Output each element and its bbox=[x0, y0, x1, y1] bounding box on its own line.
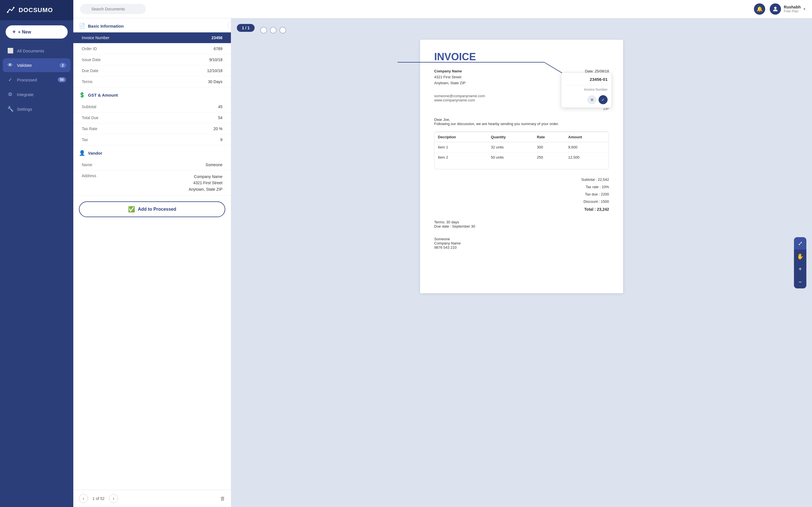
summary-total: Total : 23,242 bbox=[434, 205, 609, 213]
field-name-label: Tax Rate bbox=[82, 126, 213, 131]
next-page-button[interactable]: › bbox=[109, 494, 118, 503]
chevron-down-icon: ▾ bbox=[804, 7, 805, 11]
wrench-icon: 🔧 bbox=[7, 106, 13, 112]
section-vendor: 👤 Vandor bbox=[73, 145, 231, 159]
company-city: Anytown, State ZIP bbox=[434, 81, 465, 85]
discount-value: 1500 bbox=[601, 200, 609, 204]
preview-area: 1 / 1 INVOICE Comp bbox=[231, 18, 812, 507]
zoom-out-button[interactable]: − bbox=[794, 276, 806, 288]
tax-due-label: Tax due : bbox=[585, 192, 600, 196]
row-rate: 250 bbox=[534, 152, 565, 163]
user-name: Rushabh bbox=[784, 5, 801, 9]
col-quantity: Quantity bbox=[488, 132, 534, 142]
page-display: 1 of 52 bbox=[93, 496, 105, 501]
field-due-date[interactable]: Due Date 12/10/18 bbox=[73, 65, 231, 76]
search-input[interactable] bbox=[80, 4, 146, 14]
tax-rate-label: Tax rate : bbox=[586, 185, 601, 189]
hand-icon: ✋ bbox=[797, 253, 804, 260]
row-qty: 32 units bbox=[488, 142, 534, 152]
field-name-label: Address bbox=[82, 173, 189, 178]
subtotal-label: Subtotal : bbox=[581, 177, 597, 182]
validate-badge: 2 bbox=[59, 63, 66, 68]
field-value: 54 bbox=[218, 115, 222, 120]
tooltip-close-button[interactable]: ✕ bbox=[587, 95, 596, 104]
check-circle-icon: ✅ bbox=[128, 206, 135, 213]
expand-icon: ⤢ bbox=[798, 240, 803, 247]
svg-point-0 bbox=[7, 11, 8, 13]
sidebar-item-all-documents[interactable]: ⬜ All Documents bbox=[3, 44, 70, 58]
avatar bbox=[770, 3, 781, 15]
field-value: 6789 bbox=[214, 47, 222, 51]
header-right: 🔔 Rushabh Free Plan ▾ bbox=[754, 3, 805, 15]
total-label: Total : bbox=[584, 207, 596, 212]
invoice-meta: Date: 25/08/18 Invoice #: 23456-01 Custo… bbox=[572, 68, 609, 88]
field-name-label: Order ID bbox=[82, 47, 214, 51]
field-subtotal[interactable]: Subtotal 45 bbox=[73, 101, 231, 112]
pagination-bar: ‹ 1 of 52 › 🗑 bbox=[73, 490, 231, 507]
doc-panel: 📄 Basic Information ‹ Invoice Number 234… bbox=[73, 18, 231, 507]
field-issue-date[interactable]: Issue Date 9/10/18 bbox=[73, 54, 231, 65]
terms-text: Terms: 30 days bbox=[434, 220, 609, 224]
row-amount: 9,600 bbox=[565, 142, 609, 152]
field-value: 45 bbox=[218, 105, 222, 109]
company-address: 4321 First Street bbox=[434, 75, 461, 79]
collapse-button[interactable]: ‹ bbox=[227, 21, 231, 29]
due-date-text: Due date : September 30 bbox=[434, 224, 609, 228]
bell-icon: 🔔 bbox=[756, 6, 763, 12]
sidebar-item-label: Integrate bbox=[17, 92, 66, 97]
new-button[interactable]: + + New bbox=[6, 25, 68, 39]
invoice-summary: Subtotal : 22,542 Tax rate : 10% Tax due… bbox=[434, 176, 609, 213]
sidebar-item-processed[interactable]: ✓ Processed 50 bbox=[3, 73, 70, 87]
hand-button[interactable]: ✋ bbox=[794, 250, 806, 263]
sidebar-item-validate[interactable]: 👁 Validate 2 bbox=[3, 58, 70, 72]
field-tax[interactable]: Tax 9 bbox=[73, 134, 231, 145]
field-value: Company Name4321 First StreetAnytown, St… bbox=[189, 173, 222, 192]
sidebar-item-settings[interactable]: 🔧 Settings bbox=[3, 102, 70, 116]
field-total-due[interactable]: Total Due 54 bbox=[73, 112, 231, 123]
sig-phone: 9876 543 210 bbox=[434, 245, 609, 249]
field-tax-rate[interactable]: Tax Rate 20 % bbox=[73, 123, 231, 134]
delete-button[interactable]: 🗑 bbox=[220, 496, 225, 502]
sidebar-item-integrate[interactable]: ⚙ Integrate bbox=[3, 87, 70, 101]
add-to-processed-button[interactable]: ✅ Add to Processed bbox=[79, 202, 225, 217]
notification-button[interactable]: 🔔 bbox=[754, 3, 765, 15]
zoom-in-button[interactable]: + bbox=[794, 263, 806, 276]
field-value: Someone bbox=[206, 163, 222, 167]
sidebar-item-label: Settings bbox=[17, 107, 66, 112]
company-name: Company Name bbox=[434, 69, 462, 73]
sig-name: Someone bbox=[434, 237, 609, 241]
invoice-terms: Terms: 30 days Due date : September 30 bbox=[434, 220, 609, 228]
sidebar-item-label: Validate bbox=[17, 63, 56, 68]
user-area[interactable]: Rushabh Free Plan ▾ bbox=[770, 3, 805, 15]
processed-badge: 50 bbox=[58, 77, 66, 82]
field-vendor-name[interactable]: Name Someone bbox=[73, 159, 231, 170]
prev-page-button[interactable]: ‹ bbox=[79, 494, 88, 503]
col-amount: Amount bbox=[565, 132, 609, 142]
sig-company: Company Name bbox=[434, 241, 609, 245]
new-button-label: + New bbox=[18, 30, 31, 35]
tooltip-value: 23456-01 bbox=[565, 76, 608, 86]
field-vendor-address[interactable]: Address Company Name4321 First StreetAny… bbox=[73, 170, 231, 196]
dot-3 bbox=[280, 27, 286, 34]
field-terms[interactable]: Terms 30 Days bbox=[73, 76, 231, 87]
field-invoice-number[interactable]: Invoice Number 23456 bbox=[73, 33, 231, 43]
summary-tax-rate: Tax rate : 10% bbox=[434, 183, 609, 191]
contact-email: someone@companyname.com bbox=[434, 94, 485, 98]
user-plan: Free Plan bbox=[784, 9, 801, 13]
expand-button[interactable]: ⤢ bbox=[794, 237, 806, 249]
basic-info-icon: 📄 bbox=[79, 23, 85, 29]
field-order-id[interactable]: Order ID 6789 bbox=[73, 43, 231, 54]
tooltip-confirm-button[interactable]: ✓ bbox=[599, 95, 608, 104]
field-value: 20 % bbox=[213, 126, 222, 131]
field-name-label: Issue Date bbox=[82, 57, 209, 62]
row-desc: Item 2 bbox=[435, 152, 488, 163]
sidebar-nav: ⬜ All Documents 👁 Validate 2 ✓ Processed… bbox=[0, 44, 73, 116]
svg-point-2 bbox=[774, 7, 776, 9]
company-from: Company Name 4321 First Street Anytown, … bbox=[434, 68, 465, 88]
invoice-title: INVOICE bbox=[434, 51, 609, 63]
invoice-signature: Someone Company Name 9876 543 210 bbox=[434, 237, 609, 249]
section-title: GST & Amount bbox=[88, 93, 118, 98]
summary-subtotal: Subtotal : 22,542 bbox=[434, 176, 609, 183]
page-counter: 1 / 1 bbox=[237, 24, 255, 32]
content-area: 📄 Basic Information ‹ Invoice Number 234… bbox=[73, 18, 812, 507]
